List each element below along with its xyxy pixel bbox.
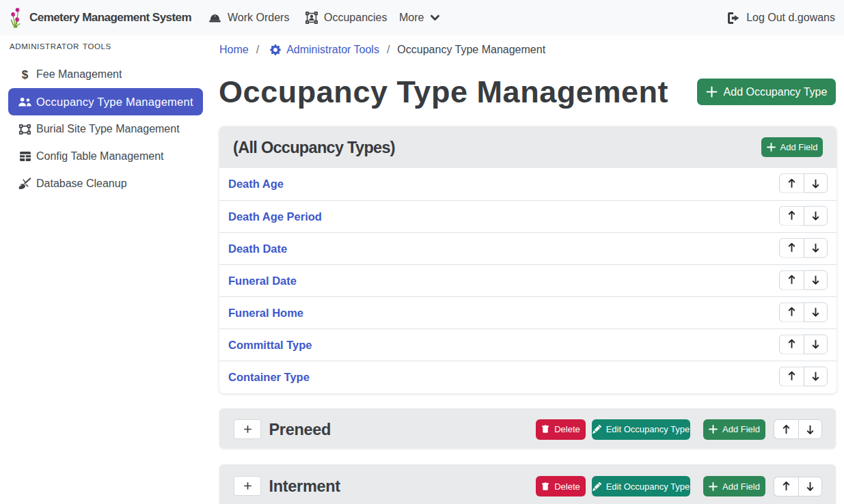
svg-text:$: $ — [22, 68, 29, 81]
